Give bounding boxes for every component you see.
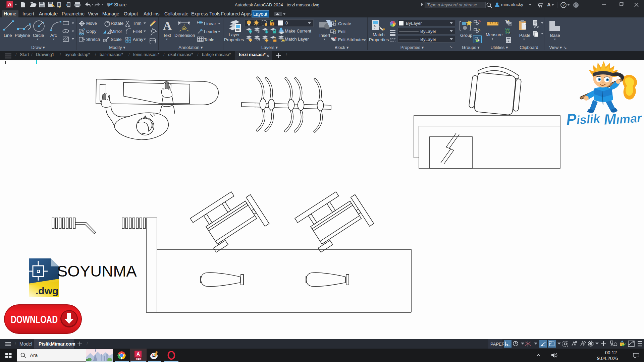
svg-text:0: 0: [285, 20, 288, 25]
svg-text:A: A: [137, 351, 140, 357]
svg-text:?: ?: [562, 3, 565, 7]
svg-text:mimarlucky: mimarlucky: [501, 2, 523, 7]
svg-text:Pislik: Pislik: [566, 109, 601, 128]
svg-text:DOWNLOAD: DOWNLOAD: [11, 314, 58, 325]
svg-text:Mımar: Mımar: [603, 109, 643, 128]
svg-text:CAD: CAD: [136, 358, 141, 360]
svg-text:A: A: [8, 1, 12, 7]
svg-text:.dwg: .dwg: [36, 285, 58, 296]
svg-text:A: A: [547, 2, 551, 7]
